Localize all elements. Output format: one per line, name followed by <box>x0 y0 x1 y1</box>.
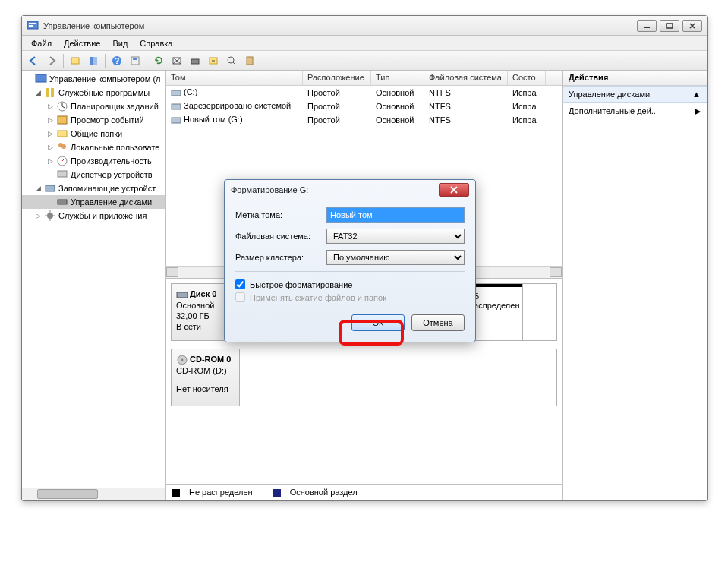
cluster-size-select[interactable]: По умолчанию <box>326 250 465 265</box>
table-row[interactable]: (C:)ПростойОсновнойNTFSИспра <box>166 86 562 99</box>
window-title: Управление компьютером <box>43 21 637 30</box>
svg-rect-22 <box>58 131 67 137</box>
label-cluster: Размер кластера: <box>235 253 326 262</box>
label-fs: Файловая система: <box>235 232 326 241</box>
tree-perf[interactable]: ▷Производительность <box>22 154 165 168</box>
cdrom-header: CD-ROM 0 CD-ROM (D:) Нет носителя <box>172 349 240 406</box>
svg-rect-26 <box>58 171 67 177</box>
titlebar: Управление компьютером <box>22 16 707 36</box>
svg-text:?: ? <box>115 56 120 65</box>
toolbar-icon-5[interactable] <box>241 52 258 69</box>
ok-button[interactable]: ОК <box>351 314 405 331</box>
svg-rect-28 <box>58 200 67 204</box>
col-status[interactable]: Состо <box>508 71 546 85</box>
svg-point-24 <box>61 144 66 149</box>
tree-services[interactable]: ▷Службы и приложения <box>22 209 165 223</box>
svg-point-15 <box>228 57 234 63</box>
menu-help[interactable]: Справка <box>134 37 178 49</box>
format-dialog: Форматирование G: Метка тома: Файловая с… <box>224 179 476 342</box>
tree-diskmgmt[interactable]: Управление дисками <box>22 195 165 209</box>
actions-more[interactable]: Дополнительные дей... ▶ <box>563 103 707 119</box>
toolbar-icon-4[interactable] <box>223 52 240 69</box>
volume-label-input[interactable] <box>326 207 465 223</box>
tree-storage[interactable]: ◢Запоминающие устройст <box>22 181 165 195</box>
help-button[interactable]: ? <box>109 52 125 69</box>
tree-shared[interactable]: ▷Общие папки <box>22 127 165 140</box>
svg-rect-2 <box>29 25 33 27</box>
menu-file[interactable]: Файл <box>25 37 58 49</box>
nav-tree: Управление компьютером (л ◢Служебные про… <box>22 71 166 500</box>
col-type[interactable]: Тип <box>371 71 424 85</box>
svg-rect-1 <box>29 23 36 24</box>
cancel-button[interactable]: Отмена <box>411 314 465 331</box>
compress-checkbox <box>235 292 245 302</box>
maximize-button[interactable] <box>660 20 679 32</box>
legend: Не распределен Основной раздел <box>166 484 562 500</box>
col-volume[interactable]: Том <box>166 71 303 85</box>
table-row[interactable]: Новый том (G:)ПростойОсновнойNTFSИспра <box>166 113 562 127</box>
svg-rect-31 <box>172 104 181 109</box>
svg-point-29 <box>47 213 53 219</box>
svg-rect-7 <box>93 57 97 65</box>
chevron-right-icon: ▶ <box>695 106 701 116</box>
svg-rect-3 <box>644 27 650 28</box>
tree-scrollbar[interactable] <box>22 488 165 500</box>
svg-rect-30 <box>172 90 181 96</box>
actions-pane: Действия Управление дисками ▲ Дополнител… <box>563 71 707 500</box>
svg-rect-27 <box>46 185 55 191</box>
minimize-button[interactable] <box>637 20 657 32</box>
actions-diskmgmt[interactable]: Управление дисками ▲ <box>563 86 707 103</box>
app-icon <box>27 20 39 32</box>
label-volume: Метка тома: <box>235 210 326 219</box>
dialog-title: Форматирование G: <box>231 185 439 194</box>
toolbar: ? <box>22 51 707 71</box>
dialog-close-button[interactable] <box>439 183 469 197</box>
svg-rect-32 <box>172 118 181 123</box>
compress-checkbox-row: Применять сжатие файлов и папок <box>235 292 465 302</box>
toolbar-icon-2[interactable] <box>187 52 203 69</box>
menubar: Файл Действие Вид Справка <box>22 36 707 51</box>
tree-users[interactable]: ▷Локальные пользовате <box>22 140 165 154</box>
quick-format-checkbox[interactable] <box>235 279 245 289</box>
close-button[interactable] <box>682 20 702 32</box>
tree-system-tools[interactable]: ◢Служебные программы <box>22 86 165 99</box>
tree-devmgr[interactable]: Диспетчер устройств <box>22 168 165 181</box>
svg-rect-33 <box>177 292 188 298</box>
col-layout[interactable]: Расположение <box>303 71 371 85</box>
svg-point-35 <box>181 359 184 361</box>
col-fs[interactable]: Файловая система <box>424 71 508 85</box>
tree-events[interactable]: ▷Просмотр событий <box>22 113 165 127</box>
refresh-button[interactable] <box>150 52 167 69</box>
back-button[interactable] <box>25 52 42 69</box>
svg-rect-18 <box>46 88 49 97</box>
filesystem-select[interactable]: FAT32 <box>326 229 465 244</box>
menu-action[interactable]: Действие <box>58 37 106 49</box>
show-hide-button[interactable] <box>85 52 102 69</box>
svg-rect-4 <box>667 24 673 28</box>
svg-rect-6 <box>90 57 93 65</box>
dialog-titlebar: Форматирование G: <box>225 180 475 200</box>
table-row[interactable]: Зарезервировано системойПростойОсновнойN… <box>166 99 562 113</box>
svg-rect-10 <box>131 57 139 65</box>
svg-rect-11 <box>133 58 137 60</box>
tree-root[interactable]: Управление компьютером (л <box>22 72 165 86</box>
list-header: Том Расположение Тип Файловая система Со… <box>166 71 562 86</box>
up-button[interactable] <box>67 52 84 69</box>
actions-header: Действия <box>563 71 707 86</box>
menu-view[interactable]: Вид <box>106 37 134 49</box>
svg-rect-16 <box>247 57 253 65</box>
svg-rect-17 <box>36 74 46 82</box>
forward-button[interactable] <box>43 52 60 69</box>
toolbar-icon-1[interactable] <box>169 52 185 69</box>
toolbar-icon-3[interactable] <box>205 52 222 69</box>
tree-scheduler[interactable]: ▷Планировщик заданий <box>22 99 165 113</box>
collapse-icon: ▲ <box>692 90 701 99</box>
quick-format-checkbox-row[interactable]: Быстрое форматирование <box>235 279 465 289</box>
properties-button[interactable] <box>127 52 143 69</box>
svg-rect-5 <box>71 58 79 64</box>
svg-rect-19 <box>51 88 54 97</box>
svg-rect-13 <box>191 59 199 64</box>
svg-rect-21 <box>58 116 67 124</box>
cdrom-row[interactable]: CD-ROM 0 CD-ROM (D:) Нет носителя <box>171 349 557 406</box>
